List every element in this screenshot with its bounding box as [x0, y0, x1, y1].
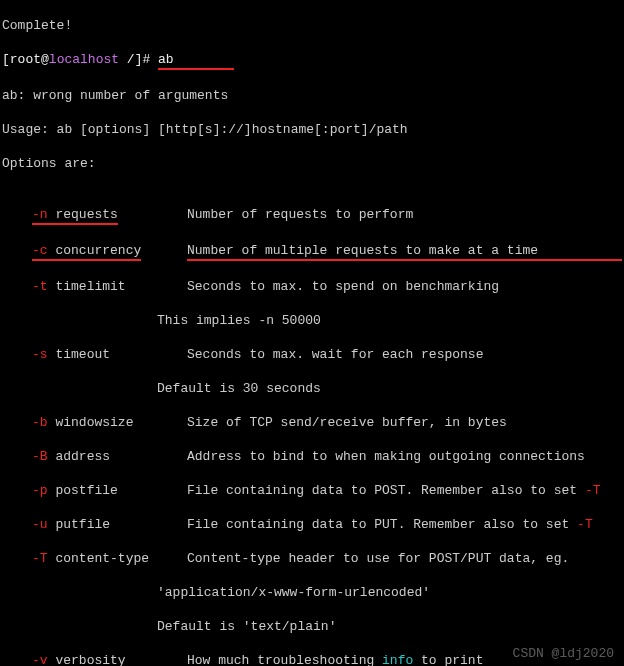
- opt-T-cont1: 'application/x-www-form-urlencoded': [2, 584, 622, 601]
- opt-s: -s timeoutSeconds to max. wait for each …: [2, 346, 622, 363]
- opt-T-cont2: Default is 'text/plain': [2, 618, 622, 635]
- prompt-line: [root@localhost /]# ab: [2, 51, 622, 70]
- command-text: ab: [158, 51, 234, 70]
- opt-B: -B addressAddress to bind to when making…: [2, 448, 622, 465]
- opt-n: -n requestsNumber of requests to perform: [2, 206, 622, 225]
- opt-c: -c concurrencyNumber of multiple request…: [2, 242, 622, 261]
- opt-u: -u putfileFile containing data to PUT. R…: [2, 516, 622, 533]
- opt-t-cont: This implies -n 50000: [2, 312, 622, 329]
- watermark: CSDN @ldj2020: [513, 645, 614, 662]
- error-line: ab: wrong number of arguments: [2, 87, 622, 104]
- options-header: Options are:: [2, 155, 622, 172]
- opt-p: -p postfileFile containing data to POST.…: [2, 482, 622, 499]
- status-line: Complete!: [2, 17, 622, 34]
- usage-line: Usage: ab [options] [http[s]://]hostname…: [2, 121, 622, 138]
- opt-s-cont: Default is 30 seconds: [2, 380, 622, 397]
- opt-T: -T content-typeContent-type header to us…: [2, 550, 622, 567]
- opt-t: -t timelimitSeconds to max. to spend on …: [2, 278, 622, 295]
- terminal-output: Complete! [root@localhost /]# ab ab: wro…: [0, 0, 624, 666]
- opt-b: -b windowsizeSize of TCP send/receive bu…: [2, 414, 622, 431]
